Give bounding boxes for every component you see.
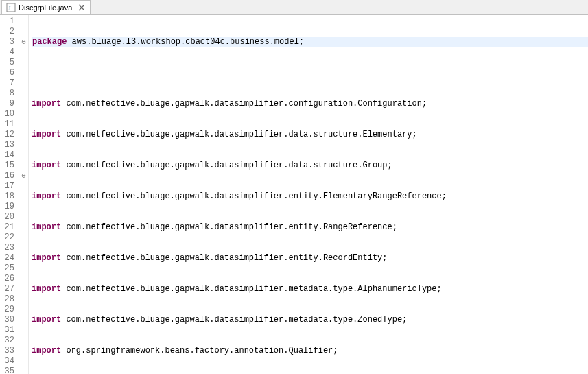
code-line: import com.netfective.bluage.gapwalk.dat… [32,315,588,325]
line-number: 33 [1,346,14,356]
fold-toggle [19,89,28,99]
fold-toggle [19,99,28,109]
code-editor[interactable]: 1234567891011121314151617181920212223242… [0,15,588,374]
line-number: 20 [1,212,14,222]
fold-toggle [19,315,28,325]
code-line [32,68,588,78]
line-number: 31 [1,325,14,336]
fold-toggle [19,284,28,294]
fold-toggle [19,294,28,305]
line-number: 13 [1,140,14,150]
line-number: 23 [1,243,14,253]
line-number: 22 [1,233,14,243]
fold-toggle [19,27,28,37]
fold-toggle [19,109,28,119]
fold-toggle [19,140,28,150]
fold-toggle [19,346,28,356]
svg-text:J: J [8,5,11,12]
fold-toggle [19,356,28,366]
code-line: package aws.bluage.l3.workshop.cbact04c.… [32,37,588,47]
fold-toggle[interactable]: ⊖ [19,171,28,181]
fold-toggle [19,222,28,233]
fold-toggle [19,16,28,27]
fold-toggle[interactable]: ⊖ [19,37,28,47]
code-line: import com.netfective.bluage.gapwalk.dat… [32,130,588,140]
fold-toggle [19,47,28,58]
fold-toggle [19,161,28,171]
line-number: 9 [1,99,14,109]
fold-toggle [19,233,28,243]
line-number: 18 [1,191,14,202]
line-number: 32 [1,336,14,346]
line-number: 34 [1,356,14,366]
line-number: 26 [1,274,14,284]
fold-toggle [19,212,28,222]
line-number: 17 [1,181,14,191]
tab-bar: J DiscgrpFile.java [0,0,588,15]
code-line: import org.springframework.beans.factory… [32,346,588,356]
code-line: import com.netfective.bluage.gapwalk.dat… [32,284,588,294]
line-number: 5 [1,58,14,68]
fold-toggle [19,130,28,140]
line-number-gutter: 1234567891011121314151617181920212223242… [0,15,19,374]
line-number: 4 [1,47,14,58]
line-number: 3 [1,37,14,47]
fold-toggle [19,191,28,202]
fold-toggle [19,150,28,161]
line-number: 14 [1,150,14,161]
code-line: import com.netfective.bluage.gapwalk.dat… [32,161,588,171]
line-number: 16 [1,171,14,181]
line-number: 30 [1,315,14,325]
fold-toggle [19,264,28,274]
line-number: 11 [1,119,14,130]
fold-toggle [19,243,28,253]
line-number: 29 [1,305,14,315]
java-file-icon: J [6,3,16,12]
fold-toggle [19,366,28,374]
line-number: 1 [1,16,14,27]
fold-toggle [19,305,28,315]
fold-toggle [19,181,28,191]
line-number: 2 [1,27,14,37]
line-number: 19 [1,202,14,212]
line-number: 35 [1,366,14,374]
line-number: 25 [1,264,14,274]
line-number: 27 [1,284,14,294]
line-number: 21 [1,222,14,233]
line-number: 7 [1,78,14,89]
code-line: import com.netfective.bluage.gapwalk.dat… [32,99,588,109]
line-number: 24 [1,253,14,264]
close-icon[interactable] [78,3,86,12]
fold-toggle [19,119,28,130]
fold-toggle [19,58,28,68]
code-line: import com.netfective.bluage.gapwalk.dat… [32,222,588,233]
tab-title: DiscgrpFile.java [19,3,72,12]
fold-toggle [19,202,28,212]
code-line: import com.netfective.bluage.gapwalk.dat… [32,191,588,202]
fold-toggle [19,78,28,89]
fold-toggle [19,336,28,346]
line-number: 8 [1,89,14,99]
line-number: 12 [1,130,14,140]
line-number: 28 [1,294,14,305]
editor-tab[interactable]: J DiscgrpFile.java [1,0,91,14]
line-number: 6 [1,68,14,78]
fold-toggle [19,253,28,264]
line-number: 15 [1,161,14,171]
code-area[interactable]: package aws.bluage.l3.workshop.cbact04c.… [29,15,588,374]
fold-toggle [19,325,28,336]
fold-toggle [19,68,28,78]
fold-column[interactable]: ⊖⊖ [19,15,29,374]
code-line: import com.netfective.bluage.gapwalk.dat… [32,253,588,264]
fold-toggle [19,274,28,284]
line-number: 10 [1,109,14,119]
